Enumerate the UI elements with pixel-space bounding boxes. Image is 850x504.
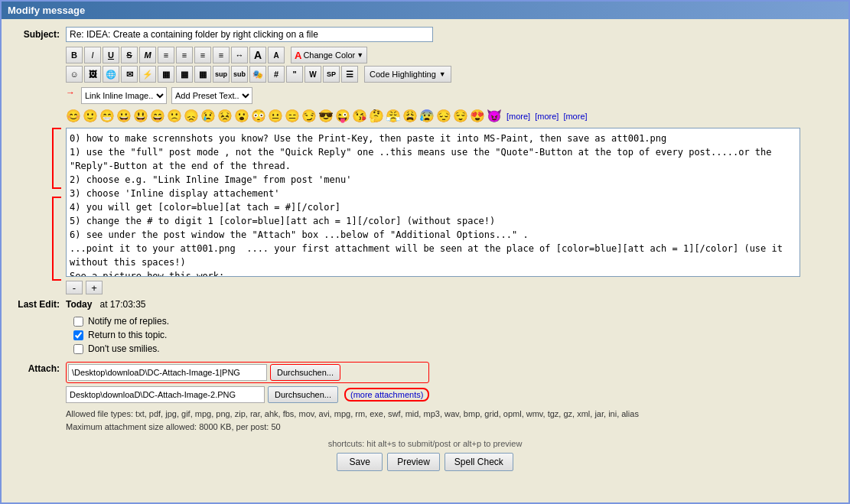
add-preset-dropdown[interactable]: Add Preset Text.. (172, 88, 252, 103)
smiley-6[interactable]: 😄 (150, 109, 165, 123)
last-edit-row: Last Edit: Today at 17:03:35 (12, 299, 838, 310)
spell-check-button[interactable]: Spell Check (445, 453, 513, 471)
attach-row-2: Durchsuchen... (more attachments) (66, 386, 429, 403)
toolbar-area: B I U S M ≡ ≡ ≡ ≡ ↔ A A A Change Color ▼ (66, 47, 838, 83)
emphasis-button[interactable]: M (139, 47, 156, 63)
smiley-11[interactable]: 😮 (234, 109, 249, 123)
smiley-22[interactable]: 😰 (419, 109, 435, 123)
add-preset-select[interactable]: Add Preset Text.. (171, 87, 252, 104)
more-link-3[interactable]: [more] (563, 112, 587, 121)
sp-button[interactable]: SP (323, 66, 340, 83)
shrink-editor-button[interactable]: - (66, 281, 83, 294)
no-smilies-checkbox[interactable] (73, 344, 83, 354)
smiley-21[interactable]: 😩 (402, 109, 418, 123)
message-editor[interactable]: 0) how to make scrennshots you know? Use… (66, 128, 800, 277)
quote-button[interactable]: " (286, 66, 303, 83)
smileys-area: 😊 🙂 😁 😀 😃 😄 🙁 😞 😢 😣 😮 😳 😐 😑 😏 😎 😜 😘 🤔 😤 … (66, 109, 838, 123)
browse-button-1[interactable]: Durchsuchen... (270, 364, 340, 381)
flash-button[interactable]: ⚡ (139, 66, 156, 83)
toolbar-row-2: ☺ 🖼 🌐 ✉ ⚡ ▦ ▦ ▦ sup sub 🎭 # " W SP ☰ Cod… (66, 66, 838, 83)
more-link-1[interactable]: [more] (506, 112, 530, 121)
table3-button[interactable]: ▦ (194, 66, 211, 83)
smiley-5[interactable]: 😃 (133, 109, 148, 123)
notify-checkbox[interactable] (73, 317, 83, 327)
font-small-button[interactable]: A (268, 47, 285, 63)
smiley-18[interactable]: 😘 (352, 109, 367, 123)
superscript-button[interactable]: sup (213, 66, 230, 83)
checkboxes-area: Notify me of replies. Return to this top… (73, 316, 838, 354)
link-inline-select[interactable]: Link Inline Image.. (81, 87, 167, 104)
smiley-2[interactable]: 🙂 (83, 109, 98, 123)
email-button[interactable]: ✉ (121, 66, 138, 83)
subscript-button[interactable]: sub (231, 66, 248, 83)
smiley-button[interactable]: ☺ (66, 66, 83, 83)
subject-label: Subject: (12, 29, 66, 40)
align-left-button[interactable]: ≡ (158, 47, 174, 63)
smiley-26[interactable]: 😈 (487, 109, 502, 123)
smiley-24[interactable]: 😌 (453, 109, 468, 123)
more-link-2[interactable]: [more] (535, 112, 559, 121)
hash-button[interactable]: # (268, 66, 285, 83)
bold-button[interactable]: B (66, 47, 83, 63)
smiley-20[interactable]: 😤 (386, 109, 401, 123)
smiley-9[interactable]: 😢 (200, 109, 216, 123)
smiley-19[interactable]: 🤔 (369, 109, 384, 123)
editor-resize-row: - + (66, 281, 838, 294)
notify-row: Notify me of replies. (73, 316, 838, 327)
change-color-button[interactable]: A Change Color ▼ (291, 47, 367, 63)
attach-label: Attach: (12, 362, 66, 374)
smiley-25[interactable]: 😍 (470, 109, 485, 123)
justify-button[interactable]: ≡ (213, 47, 230, 63)
spoiler-button[interactable]: 🎭 (249, 66, 266, 83)
code-highlight-button[interactable]: Code Highlighting ▼ (364, 66, 451, 83)
save-button[interactable]: Save (337, 453, 383, 471)
font-large-button[interactable]: A (249, 47, 266, 63)
window-title: Modify message (8, 5, 85, 16)
smiley-10[interactable]: 😣 (217, 109, 233, 123)
attach-file-1[interactable] (68, 364, 267, 381)
table1-button[interactable]: ▦ (158, 66, 174, 83)
smiley-17[interactable]: 😜 (335, 109, 350, 123)
color-a-icon: A (295, 50, 301, 61)
link-inline-dropdown[interactable]: Link Inline Image.. (82, 88, 166, 103)
align-center-button[interactable]: ≡ (176, 47, 193, 63)
editor-area: 0) how to make scrennshots you know? Use… (66, 128, 838, 294)
hr-button[interactable]: ↔ (231, 47, 248, 63)
return-label: Return to this topic. (88, 330, 167, 340)
strikethrough-button[interactable]: S (121, 47, 138, 63)
subject-row: Subject: (12, 27, 838, 42)
more-attachments-link[interactable]: (more attachments) (344, 388, 429, 402)
smiley-23[interactable]: 😔 (436, 109, 451, 123)
smiley-1[interactable]: 😊 (66, 109, 81, 123)
list-button[interactable]: ☰ (341, 66, 358, 83)
italic-button[interactable]: I (84, 47, 101, 63)
smiley-8[interactable]: 😞 (184, 109, 199, 123)
smiley-4[interactable]: 😀 (116, 109, 132, 123)
browse-button-2[interactable]: Durchsuchen... (268, 386, 338, 403)
preview-button[interactable]: Preview (387, 453, 440, 471)
smiley-7[interactable]: 🙁 (167, 109, 182, 123)
notify-label: Notify me of replies. (88, 316, 169, 327)
attach-section: Attach: Durchsuchen... Durchsuchen... (m… (12, 362, 838, 403)
allowed-types-line1: Allowed file types: txt, pdf, jpg, gif, … (66, 408, 800, 421)
red-bracket-1 (52, 128, 61, 189)
attach-file-2[interactable] (66, 386, 265, 403)
smiley-13[interactable]: 😐 (268, 109, 283, 123)
underline-button[interactable]: U (103, 47, 119, 63)
wiki-button[interactable]: W (305, 66, 321, 83)
url-button[interactable]: 🌐 (103, 66, 119, 83)
smiley-14[interactable]: 😑 (285, 109, 300, 123)
smiley-3[interactable]: 😁 (99, 109, 115, 123)
code-highlight-label: Code Highlighting (370, 70, 436, 79)
subject-input[interactable] (66, 27, 433, 42)
smiley-12[interactable]: 😳 (251, 109, 266, 123)
table2-button[interactable]: ▦ (176, 66, 193, 83)
red-pointer-1: → (66, 87, 75, 104)
smiley-15[interactable]: 😏 (301, 109, 317, 123)
image-button[interactable]: 🖼 (84, 66, 101, 83)
return-checkbox[interactable] (73, 330, 83, 340)
smiley-16[interactable]: 😎 (318, 109, 334, 123)
last-edit-when: Today at 17:03:35 (66, 299, 146, 310)
align-right-button[interactable]: ≡ (194, 47, 211, 63)
grow-editor-button[interactable]: + (86, 281, 103, 294)
